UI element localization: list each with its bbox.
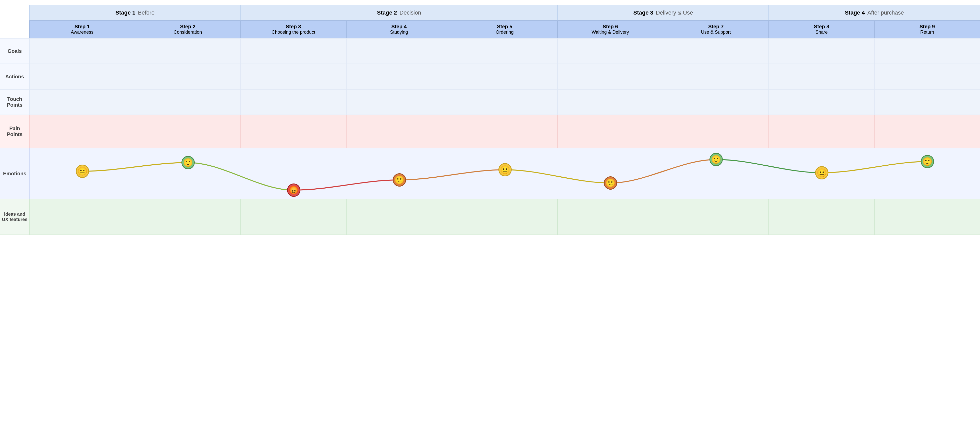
goals-cell-4[interactable] [346,38,452,64]
step-9-header: Step 9 Return [874,21,980,38]
goals-cell-6[interactable] [557,38,663,64]
emotion-emoji-6: 🙂 [710,153,723,166]
touchpoints-cell-1[interactable] [29,89,135,115]
goals-cell-2[interactable] [135,38,241,64]
emotion-emoji-0: 😐 [76,165,89,178]
ideas-cell-3[interactable] [241,199,346,235]
stage-3-num: Stage 3 [633,10,653,16]
emotion-emoji-8: 🙂 [921,155,934,168]
stage-2-header: Stage 2 Decision [241,5,558,21]
step-2-header: Step 2 Consideration [135,21,241,38]
step-1-name: Awareness [71,30,94,35]
stage-1-num: Stage 1 [115,10,135,16]
painpoints-cell-2[interactable] [135,115,241,148]
step-1-num: Step 1 [75,24,90,30]
actions-cell-3[interactable] [241,64,346,89]
step-3-header: Step 3 Choosing the product [241,21,346,38]
step-7-num: Step 7 [708,24,724,30]
ideas-cell-6[interactable] [557,199,663,235]
step-5-num: Step 5 [497,24,512,30]
ideas-cell-9[interactable] [874,199,980,235]
stage-4-label: After purchase [867,10,904,16]
ideas-cell-4[interactable] [346,199,452,235]
touchpoints-cell-4[interactable] [346,89,452,115]
goals-cell-3[interactable] [241,38,346,64]
touchpoints-label: Touch Points [0,89,29,115]
actions-cell-7[interactable] [663,64,769,89]
emotion-emoji-2: 😡 [287,183,301,197]
step-5-header: Step 5 Ordering [452,21,558,38]
stage-spacer [0,5,29,21]
goals-cell-7[interactable] [663,38,769,64]
goals-cell-5[interactable] [452,38,558,64]
emotions-label: Emotions [0,148,29,199]
touchpoints-cell-5[interactable] [452,89,558,115]
emotion-emoji-7: 😐 [815,166,829,180]
painpoints-cell-7[interactable] [663,115,769,148]
stage-1-header: Stage 1 Before [29,5,241,21]
touchpoints-cell-3[interactable] [241,89,346,115]
painpoints-cell-4[interactable] [346,115,452,148]
stage-1-label: Before [138,10,155,16]
painpoints-cell-5[interactable] [452,115,558,148]
step-5-name: Ordering [496,30,514,35]
emotion-emoji-3: 😕 [393,173,406,186]
actions-label: Actions [0,64,29,89]
goals-cell-8[interactable] [769,38,874,64]
step-8-num: Step 8 [814,24,829,30]
stage-2-num: Stage 2 [377,10,397,16]
touchpoints-cell-8[interactable] [769,89,874,115]
ideas-label: Ideas and UX features [0,199,29,235]
goals-cell-9[interactable] [874,38,980,64]
actions-cell-4[interactable] [346,64,452,89]
step-6-name: Waiting & Delivery [592,30,629,35]
stage-4-num: Stage 4 [845,10,865,16]
step-2-name: Consideration [173,30,202,35]
emotion-emoji-4: 😐 [498,163,512,176]
painpoints-cell-6[interactable] [557,115,663,148]
emotion-emoji-1: 🙂 [181,156,195,169]
stage-2-label: Decision [400,10,421,16]
actions-cell-2[interactable] [135,64,241,89]
ideas-cell-8[interactable] [769,199,874,235]
step-3-name: Choosing the product [272,30,315,35]
touchpoints-cell-9[interactable] [874,89,980,115]
step-9-num: Step 9 [920,24,935,30]
painpoints-cell-3[interactable] [241,115,346,148]
step-spacer [0,21,29,38]
actions-cell-1[interactable] [29,64,135,89]
painpoints-cell-1[interactable] [29,115,135,148]
goals-label: Goals [0,38,29,64]
step-4-num: Step 4 [391,24,407,30]
actions-cell-8[interactable] [769,64,874,89]
step-9-name: Return [920,30,934,35]
step-6-header: Step 6 Waiting & Delivery [557,21,663,38]
journey-grid: Stage 1 Before Stage 2 Decision Stage 3 … [0,5,980,235]
stage-3-label: Delivery & Use [656,10,693,16]
actions-cell-9[interactable] [874,64,980,89]
touchpoints-cell-7[interactable] [663,89,769,115]
step-3-num: Step 3 [286,24,301,30]
painpoints-cell-8[interactable] [769,115,874,148]
ideas-cell-5[interactable] [452,199,558,235]
ideas-cell-1[interactable] [29,199,135,235]
emotion-emoji-5: 😕 [604,176,617,189]
step-4-header: Step 4 Studying [346,21,452,38]
touchpoints-cell-6[interactable] [557,89,663,115]
painpoints-cell-9[interactable] [874,115,980,148]
goals-cell-1[interactable] [29,38,135,64]
step-6-num: Step 6 [603,24,618,30]
painpoints-label: Pain Points [0,115,29,148]
step-2-num: Step 2 [180,24,196,30]
step-7-header: Step 7 Use & Support [663,21,769,38]
stage-3-header: Stage 3 Delivery & Use [557,5,769,21]
stage-4-header: Stage 4 After purchase [769,5,980,21]
main-container: Stage 1 Before Stage 2 Decision Stage 3 … [0,0,980,441]
actions-cell-5[interactable] [452,64,558,89]
actions-cell-6[interactable] [557,64,663,89]
touchpoints-cell-2[interactable] [135,89,241,115]
ideas-cell-7[interactable] [663,199,769,235]
emotions-chart: 😐🙂😡😕😐😕🙂😐🙂 [29,148,980,199]
ideas-cell-2[interactable] [135,199,241,235]
step-7-name: Use & Support [701,30,731,35]
